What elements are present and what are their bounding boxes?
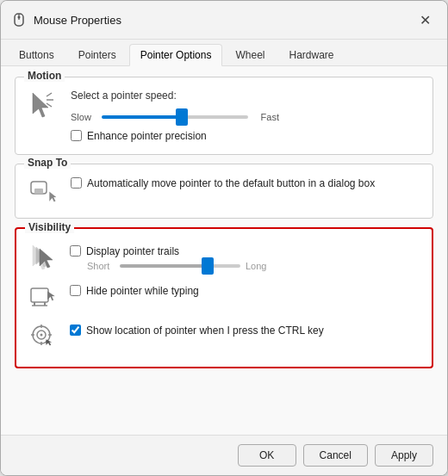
mouse-icon [11,12,27,28]
slow-label: Slow [71,112,95,122]
pointer-trails-item: Display pointer trails Short Long [27,238,421,277]
svg-point-2 [18,16,21,19]
speed-label: Select a pointer speed: [71,90,422,102]
trail-checkbox[interactable] [70,245,81,257]
title-bar: Mouse Properties ✕ [1,1,447,40]
tab-buttons[interactable]: Buttons [8,44,65,66]
visibility-group: Visibility Display pointer trails [15,227,433,368]
auto-move-row: Automatically move pointer to the defaul… [71,176,422,191]
tab-pointer-options[interactable]: Pointer Options [129,44,223,66]
window-title: Mouse Properties [34,14,121,27]
svg-rect-13 [31,288,48,302]
pointer-trails-icon [27,241,59,274]
auto-move-label: Automatically move pointer to the defaul… [87,176,375,191]
hide-pointer-icon [27,281,59,313]
trail-long-label: Long [246,261,273,271]
snap-to-row: Automatically move pointer to the defaul… [26,176,422,207]
speed-slider-row: Slow Fast [71,112,422,122]
svg-marker-3 [33,93,48,117]
main-content: Motion Select a pointer speed: Slow [1,66,447,435]
motion-group-label: Motion [24,70,65,82]
apply-button[interactable]: Apply [375,444,433,467]
svg-marker-9 [50,192,57,201]
mouse-properties-window: Mouse Properties ✕ Buttons Pointers Poin… [0,0,448,476]
tab-hardware[interactable]: Hardware [277,44,345,66]
trail-short-label: Short [87,261,115,271]
hide-checkbox-row: Hide pointer while typing [70,284,421,299]
hide-pointer-content: Hide pointer while typing [70,281,421,299]
trail-slider-row: Short Long [70,261,421,271]
svg-line-6 [47,103,52,107]
footer: OK Cancel Apply [1,435,447,475]
motion-content: Select a pointer speed: Slow Fast Enhanc… [71,90,422,144]
enhance-label: Enhance pointer precision [87,129,207,144]
close-button[interactable]: ✕ [413,8,437,32]
motion-icon [26,90,60,121]
snap-to-checkbox[interactable] [71,177,82,189]
speed-slider[interactable] [102,115,248,119]
svg-marker-25 [47,339,52,345]
show-location-item: Show location of pointer when I press th… [27,317,421,356]
svg-point-20 [40,333,43,336]
svg-line-4 [47,93,52,96]
enhance-precision-row: Enhance pointer precision [71,129,422,144]
ok-button[interactable]: OK [238,444,296,467]
motion-group-row: Select a pointer speed: Slow Fast Enhanc… [26,90,422,144]
show-location-label: Show location of pointer when I press th… [86,324,324,338]
show-location-checkbox[interactable] [70,325,81,336]
hide-label: Hide pointer while typing [86,284,199,299]
motion-group: Motion Select a pointer speed: Slow [15,77,433,155]
show-location-row: Show location of pointer when I press th… [70,324,421,338]
show-location-icon [27,320,59,353]
fast-label: Fast [255,112,279,122]
trail-slider[interactable] [120,264,240,268]
tab-pointers[interactable]: Pointers [67,44,128,66]
snap-to-content: Automatically move pointer to the defaul… [71,176,422,191]
title-bar-left: Mouse Properties [11,12,121,28]
show-location-content: Show location of pointer when I press th… [70,320,421,338]
svg-rect-8 [34,189,43,194]
cancel-button[interactable]: Cancel [303,444,368,467]
snap-to-group: Snap To Automatically move pointer to th… [15,164,433,219]
hide-pointer-item: Hide pointer while typing [27,277,421,317]
tab-bar: Buttons Pointers Pointer Options Wheel H… [1,40,447,66]
enhance-checkbox[interactable] [71,130,82,141]
hide-pointer-checkbox[interactable] [70,285,81,296]
visibility-group-label: Visibility [25,221,74,233]
tab-wheel[interactable]: Wheel [224,44,276,66]
snap-to-group-label: Snap To [24,157,71,169]
snap-to-icon [26,176,60,207]
pointer-trails-content: Display pointer trails Short Long [70,241,421,271]
